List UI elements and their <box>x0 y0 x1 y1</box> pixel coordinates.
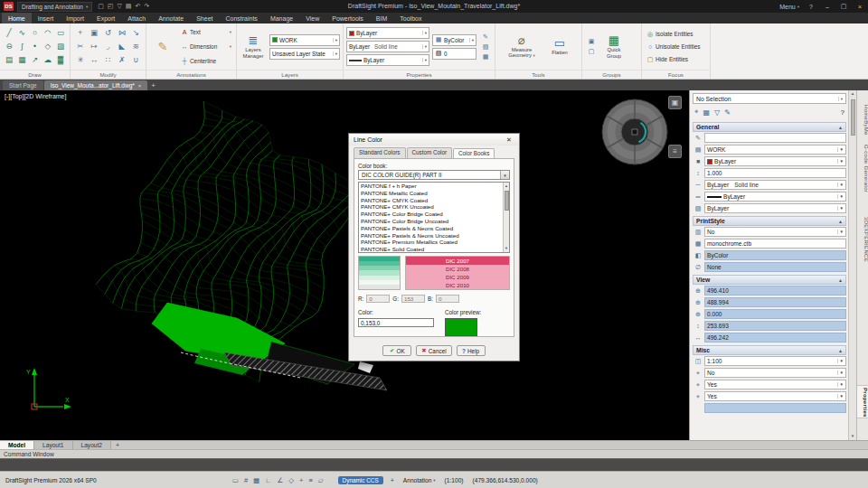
sheet-tab-layout1[interactable]: Layout1 <box>34 441 72 449</box>
table-field[interactable]: monochrome.ctb <box>704 239 846 249</box>
r-input[interactable]: 0 <box>366 295 390 303</box>
transparency-field[interactable]: ▨0 <box>432 48 476 60</box>
customize-icon[interactable]: ✎ <box>724 108 731 117</box>
offset-icon[interactable]: ≋ <box>129 39 143 52</box>
line-icon[interactable]: ╱ <box>3 25 15 39</box>
ribbon-tab-annotate[interactable]: Annotate <box>152 13 190 23</box>
dialog-tab-custom-color[interactable]: Custom Color <box>407 147 453 158</box>
minimize-button[interactable]: – <box>823 4 832 10</box>
group-label-draw[interactable]: Draw <box>0 70 70 79</box>
viewport-controls[interactable]: [-][Top][2D Wireframe] <box>5 93 66 99</box>
flatten-button[interactable]: ▭ Flatten <box>544 37 575 56</box>
mirror-icon[interactable]: ⋈ <box>115 25 128 39</box>
panel-scrollbar[interactable]: ▲ ▼ <box>848 90 856 440</box>
lineweight-icon[interactable]: ≡ <box>308 476 312 484</box>
trim-icon[interactable]: ✂ <box>73 39 87 52</box>
dynamic-input-icon[interactable]: ▱ <box>318 476 324 484</box>
dimension-tool-button[interactable]: ↔Dimension▾ <box>179 41 233 53</box>
doc-tab-start-page[interactable]: Start Page <box>3 80 43 90</box>
group-label-properties[interactable]: Properties <box>344 70 495 79</box>
active-layer-dropdown[interactable]: WORK▾ <box>269 34 340 46</box>
quick-select-icon[interactable]: ▦ <box>703 108 711 117</box>
group-label-groups[interactable]: Groups <box>582 70 641 79</box>
book-item[interactable]: PANTONE Metallic Coated <box>359 190 503 197</box>
scroll-up-icon[interactable]: ▲ <box>851 90 854 98</box>
polygon-icon[interactable]: ◇ <box>42 39 54 52</box>
swatch-dic-2010[interactable]: DIC 2010 <box>406 281 509 289</box>
scroll-thumb[interactable] <box>505 191 509 211</box>
book-item[interactable]: PANTONE+ Solid Coated <box>359 246 503 253</box>
move-icon[interactable]: + <box>73 25 87 39</box>
new-icon[interactable]: ▢ <box>98 3 104 10</box>
grid-icon[interactable]: ▦ <box>253 476 259 484</box>
viewcube-button[interactable]: ▣ <box>668 96 682 109</box>
line-weight-dropdown[interactable]: ByLayer▾ <box>346 54 429 66</box>
property-painter-icon[interactable]: ▧ <box>483 43 489 51</box>
color-input[interactable]: 0,153,0 <box>358 318 434 327</box>
section-header-view[interactable]: View▲ <box>693 275 846 285</box>
sheet-tab-layout2[interactable]: Layout2 <box>73 441 111 449</box>
ribbon-tab-insert[interactable]: Insert <box>32 13 61 23</box>
group-label-focus[interactable]: Focus <box>642 70 710 79</box>
explode-icon[interactable]: ✳ <box>73 52 87 66</box>
cloud-icon[interactable]: ☁ <box>42 52 54 66</box>
section-header-misc[interactable]: Misc▲ <box>693 345 846 355</box>
ribbon-tab-toolbox[interactable]: Toolbox <box>393 13 428 23</box>
ribbon-tab-manage[interactable]: Manage <box>264 13 299 23</box>
new-tab-button[interactable]: + <box>151 81 156 89</box>
g-input[interactable]: 153 <box>401 295 425 303</box>
ribbon-tab-attach[interactable]: Attach <box>121 13 152 23</box>
save-icon[interactable]: ▽ <box>117 3 121 10</box>
fillet-icon[interactable]: ◞ <box>101 39 115 52</box>
transparency-field[interactable]: ByLayer▼ <box>704 203 846 213</box>
display-filter-icon[interactable]: ▽ <box>714 108 720 117</box>
ribbon-tab-bim[interactable]: BIM <box>370 13 393 23</box>
select-filter-icon[interactable]: ⌖ <box>694 108 699 117</box>
extend-icon[interactable]: ↦ <box>87 39 100 52</box>
side-tab-3dexperience[interactable]: 3DEXPERIENCE <box>857 215 868 262</box>
pointer-icon[interactable]: ▭ <box>232 476 239 484</box>
ray-icon[interactable]: ↗ <box>28 52 41 66</box>
ortho-icon[interactable]: ∟ <box>265 476 271 484</box>
polar-icon[interactable]: ∠ <box>278 476 284 484</box>
group-label-annotations[interactable]: Annotations <box>146 70 236 79</box>
pattern-icon[interactable]: ∷ <box>101 52 115 66</box>
ribbon-tab-sheet[interactable]: Sheet <box>190 13 219 23</box>
scroll-up-icon[interactable]: ▲ <box>505 183 508 190</box>
section-header-printstyle[interactable]: PrintStyle▲ <box>693 216 846 226</box>
annotation-scale-dropdown[interactable]: Annotation▾ <box>403 477 436 483</box>
help-icon[interactable]: ? <box>807 4 816 10</box>
group-label-tools[interactable]: Tools <box>495 70 581 79</box>
annoscale-field[interactable]: 1:100▼ <box>704 356 846 366</box>
close-tab-icon[interactable]: × <box>138 83 142 89</box>
ribbon-tab-view[interactable]: View <box>299 13 326 23</box>
swatch-dic-2007[interactable]: DIC 2007 <box>406 257 509 265</box>
group-label-modify[interactable]: Modify <box>71 70 146 79</box>
print-field[interactable]: No▼ <box>704 227 846 237</box>
side-tab-g-code-generator[interactable]: G-code Generator <box>857 143 868 192</box>
text-tool-button[interactable]: AText▾ <box>179 26 233 39</box>
command-input[interactable] <box>0 458 868 471</box>
add-sheet-button[interactable]: + <box>111 441 124 449</box>
side-tab-homebyme[interactable]: HomeByMe <box>857 103 868 136</box>
table-icon[interactable]: ▦ <box>15 52 28 66</box>
polyline-icon[interactable]: ∿ <box>15 25 28 39</box>
side-tab-properties[interactable]: Properties <box>857 385 868 418</box>
region-icon[interactable]: ▤ <box>3 52 15 66</box>
stretch-icon[interactable]: ↔ <box>87 52 100 66</box>
book-item[interactable]: PANTONE+ Pastels & Neons Uncoated <box>359 232 503 239</box>
scale-icon[interactable]: ↘ <box>129 25 143 39</box>
navigation-wheel[interactable] <box>597 94 673 170</box>
b-input[interactable]: 0 <box>436 295 459 303</box>
lineweight-field[interactable]: ByLayer▼ <box>704 192 846 202</box>
weld-icon[interactable]: ∪ <box>129 52 143 66</box>
help-button[interactable]: ?Help <box>457 345 486 356</box>
line-color-dropdown[interactable]: ByLayer▾ <box>346 27 429 39</box>
erase-icon[interactable]: ✗ <box>115 52 128 66</box>
dialog-titlebar[interactable]: Line Color ✕ <box>349 134 519 145</box>
centerline-tool-button[interactable]: ┼Centerline <box>179 55 233 68</box>
add-scale-icon[interactable]: + <box>391 477 394 483</box>
drawing-canvas[interactable]: [-][Top][2D Wireframe] ▣ ≡ YX Line Color… <box>0 90 689 440</box>
linestyle-field[interactable]: ByLayerSolid line▼ <box>704 180 846 190</box>
cancel-button[interactable]: ✖Cancel <box>416 345 451 356</box>
